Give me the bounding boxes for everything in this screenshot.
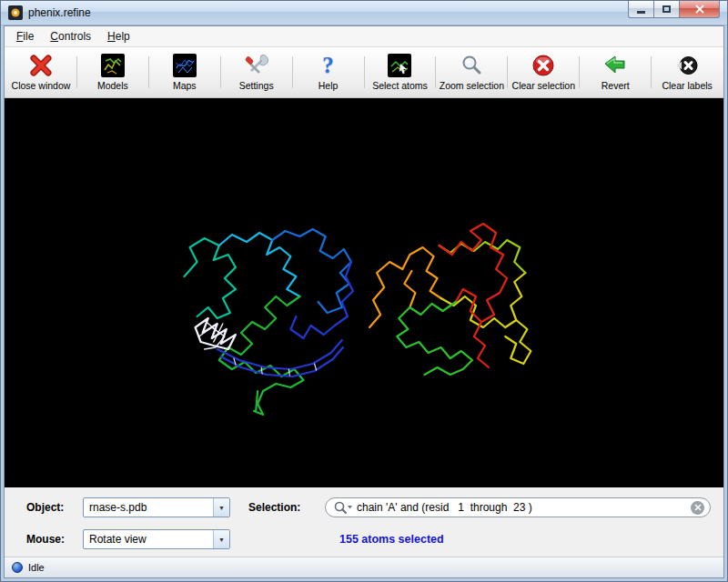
toolbar-separator: [76, 56, 77, 88]
mouse-dropdown[interactable]: Rotate view ▼: [83, 529, 230, 549]
toolbar-separator: [292, 56, 293, 88]
clear-search-icon[interactable]: [691, 501, 704, 515]
object-label: Object:: [26, 501, 77, 514]
toolbar-button-clear-labels[interactable]: Clear labels: [652, 49, 722, 95]
toolbar-label: Maps: [173, 80, 197, 91]
minimize-button[interactable]: [628, 1, 654, 18]
toolbar-label: Settings: [239, 80, 274, 91]
object-dropdown-value: rnase-s.pdb: [84, 501, 213, 514]
chevron-down-icon: ▼: [213, 530, 229, 548]
window-frame: File Controls Help Close window: [1, 25, 727, 581]
search-icon: [333, 500, 353, 515]
app-window: phenix.refine File Controls Help: [0, 0, 728, 582]
toolbar-separator: [651, 56, 652, 88]
titlebar[interactable]: phenix.refine: [1, 1, 727, 25]
window-controls: [629, 1, 720, 18]
toolbar-separator: [220, 56, 221, 88]
toolbar-label: Help: [318, 80, 339, 91]
menu-file[interactable]: File: [8, 27, 42, 45]
toolbar-button-close-window[interactable]: Close window: [6, 49, 76, 95]
toolbar-label: Zoom selection: [440, 80, 504, 91]
settings-icon: [244, 52, 269, 79]
toolbar-button-zoom-selection[interactable]: Zoom selection: [437, 49, 506, 95]
toolbar-separator: [579, 56, 580, 88]
toolbar-button-revert[interactable]: Revert: [581, 49, 650, 95]
control-panel: Object: rnase-s.pdb ▼ Selection: chain '…: [5, 487, 723, 557]
chevron-down-icon: ▼: [213, 498, 229, 517]
mouse-dropdown-value: Rotate view: [84, 533, 213, 546]
revert-icon: [602, 52, 628, 79]
toolbar-separator: [148, 56, 149, 88]
toolbar-label: Models: [97, 80, 128, 91]
menu-help[interactable]: Help: [99, 27, 138, 45]
toolbar-button-settings[interactable]: Settings: [222, 49, 291, 95]
maximize-icon: [662, 5, 671, 13]
statusbar: Idle: [5, 557, 723, 577]
toolbar: Close window Models: [5, 47, 723, 98]
toolbar-button-maps[interactable]: Maps: [150, 49, 219, 95]
clear-labels-icon: [675, 52, 699, 79]
toolbar-separator: [435, 56, 436, 88]
models-icon: [101, 52, 125, 79]
toolbar-label: Revert: [602, 80, 630, 91]
maps-icon: [173, 52, 197, 79]
toolbar-separator: [507, 56, 508, 88]
close-window-icon: [29, 52, 53, 79]
toolbar-separator: [364, 56, 365, 88]
zoom-selection-icon: [460, 52, 483, 79]
toolbar-button-help[interactable]: ? Help: [294, 49, 363, 95]
clear-selection-icon: [531, 52, 555, 79]
toolbar-label: Clear labels: [662, 80, 712, 91]
status-text: Idle: [28, 562, 45, 573]
minimize-icon: [637, 11, 645, 14]
app-icon: [8, 5, 23, 20]
help-icon: ?: [322, 52, 334, 79]
close-icon: [694, 5, 705, 14]
toolbar-label: Close window: [12, 80, 71, 91]
menubar: File Controls Help: [5, 26, 723, 47]
client-area: File Controls Help Close window: [4, 25, 724, 578]
object-dropdown[interactable]: rnase-s.pdb ▼: [83, 497, 230, 517]
menu-controls[interactable]: Controls: [42, 27, 99, 45]
toolbar-button-models[interactable]: Models: [78, 49, 147, 95]
toolbar-button-clear-selection[interactable]: Clear selection: [509, 49, 578, 95]
select-atoms-icon: [388, 52, 411, 79]
selection-label: Selection:: [236, 501, 319, 514]
window-title: phenix.refine: [28, 6, 91, 19]
selection-input-value: chain 'A' and (resid 1 through 23 ): [357, 501, 691, 514]
maximize-button[interactable]: [653, 1, 680, 18]
selection-input[interactable]: chain 'A' and (resid 1 through 23 ): [325, 497, 711, 517]
toolbar-button-select-atoms[interactable]: Select atoms: [366, 49, 435, 95]
toolbar-label: Select atoms: [372, 80, 428, 91]
close-button[interactable]: [679, 1, 720, 18]
molecule-viewport[interactable]: [5, 98, 723, 487]
toolbar-label: Clear selection: [512, 80, 575, 91]
atoms-selected-status: 155 atoms selected: [325, 533, 716, 546]
status-led-icon: [12, 562, 23, 573]
molecule-render: [5, 98, 723, 487]
mouse-label: Mouse:: [26, 533, 77, 546]
